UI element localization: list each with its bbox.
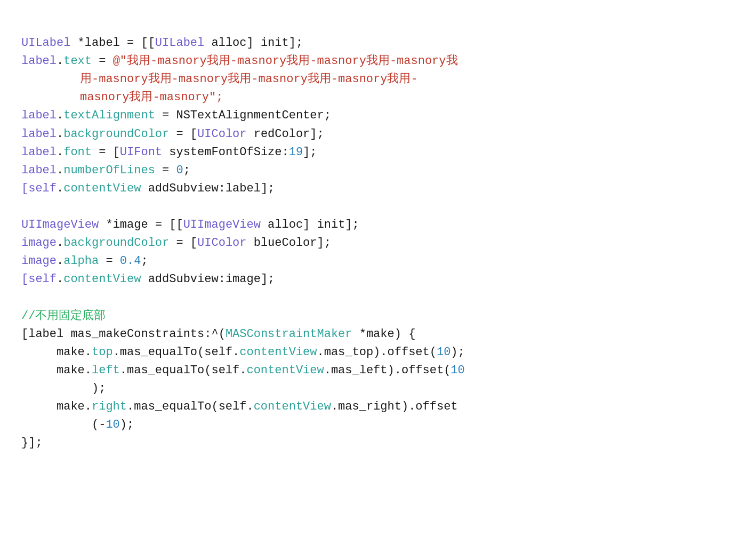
code-token: label <box>21 164 57 177</box>
code-token: . <box>85 364 92 377</box>
code-token: contentView <box>246 364 324 377</box>
code-token: 10 <box>437 346 451 359</box>
code-token: contentView <box>63 272 141 286</box>
code-token: addSubview:label]; <box>141 182 275 195</box>
code-token: alloc] init]; <box>261 218 359 231</box>
code-line: 用-masnory我用-masnory我用-masnory我用-masnory我… <box>21 70 735 89</box>
code-token: addSubview:image]; <box>141 272 275 286</box>
code-token: *make) { <box>352 327 416 341</box>
code-token: UIColor <box>197 236 246 250</box>
code-token: 0 <box>176 164 183 177</box>
code-token: MASConstraintMaker <box>226 327 352 341</box>
code-token: = [ <box>92 146 120 159</box>
code-token: label <box>21 127 57 141</box>
code-line: label.text = @"我用-masnory我用-masnory我用-ma… <box>21 52 735 70</box>
code-token: . <box>57 109 63 122</box>
code-token: 用-masnory我用-masnory我用-masnory我用-masnory我… <box>80 73 418 86</box>
code-token: 19 <box>289 146 303 159</box>
code-line: UIImageView *image = [[UIImageView alloc… <box>21 216 735 234</box>
code-token: = <box>99 254 120 268</box>
code-token: contentView <box>254 400 331 413</box>
code-token: image <box>21 236 57 250</box>
code-token: blueColor]; <box>247 236 331 250</box>
code-token: .mas_equalTo(self. <box>120 364 247 377</box>
code-token: @"我用-masnory我用-masnory我用-masnory我用-masno… <box>113 54 458 68</box>
code-token: . <box>85 400 92 413</box>
code-token: ; <box>141 254 148 268</box>
code-token: . <box>57 254 63 268</box>
code-line: masnory我用-masnory"; <box>21 89 735 107</box>
code-token: UILabel <box>21 36 70 50</box>
code-line: [self.contentView addSubview:image]; <box>21 270 735 288</box>
code-token: = <box>92 54 113 68</box>
code-token: top <box>92 346 113 359</box>
code-token: label <box>21 146 57 159</box>
code-token: numberOfLines <box>63 164 155 177</box>
code-token: UIFont <box>120 146 162 159</box>
code-line: make.left.mas_equalTo(self.contentView.m… <box>21 362 735 380</box>
code-token: . <box>57 236 63 250</box>
code-token: = <box>155 164 176 177</box>
code-editor: UILabel *label = [[UILabel alloc] init];… <box>21 16 735 452</box>
code-token: //不用固定底部 <box>21 309 106 323</box>
blank-line <box>21 198 735 216</box>
code-line: (-10); <box>21 416 735 434</box>
code-line: make.top.mas_equalTo(self.contentView.ma… <box>21 343 735 362</box>
code-token: contentView <box>239 346 317 359</box>
code-token: alpha <box>63 254 99 268</box>
code-token: . <box>57 127 63 141</box>
code-line: image.backgroundColor = [UIColor blueCol… <box>21 234 735 252</box>
code-token: . <box>57 182 63 195</box>
code-line: [self.contentView addSubview:label]; <box>21 180 735 198</box>
code-line: UILabel *label = [[UILabel alloc] init]; <box>21 34 735 52</box>
code-token: ); <box>451 346 464 359</box>
code-token: = NSTextAlignmentCenter; <box>155 109 331 122</box>
blank-line <box>21 288 735 307</box>
code-token: make <box>57 346 85 359</box>
code-line: make.right.mas_equalTo(self.contentView.… <box>21 398 735 416</box>
code-token: systemFontOfSize: <box>162 146 289 159</box>
code-token: backgroundColor <box>63 127 169 141</box>
code-token: = [ <box>169 236 197 250</box>
code-token: [self <box>21 182 57 195</box>
code-token: UILabel <box>155 36 204 50</box>
code-line: }]; <box>21 434 735 452</box>
code-token: [label mas_makeConstraints:^( <box>21 327 226 341</box>
code-token: .mas_equalTo(self. <box>127 400 254 413</box>
code-line: ); <box>21 380 735 398</box>
code-token: . <box>57 54 63 68</box>
code-token: redColor]; <box>247 127 324 141</box>
code-token: UIImageView <box>183 218 261 231</box>
code-token: 10 <box>106 418 119 431</box>
code-token: 0.4 <box>120 254 141 268</box>
code-token: alloc] init]; <box>204 36 303 50</box>
code-token: masnory我用-masnory"; <box>80 91 223 104</box>
code-token: .mas_equalTo(self. <box>113 346 240 359</box>
code-line: //不用固定底部 <box>21 307 735 325</box>
code-token: left <box>92 364 120 377</box>
code-line: label.backgroundColor = [UIColor redColo… <box>21 125 735 143</box>
code-token: make <box>57 400 85 413</box>
code-token: [self <box>21 272 57 286</box>
code-line: [label mas_makeConstraints:^(MASConstrai… <box>21 325 735 343</box>
code-token: textAlignment <box>63 109 155 122</box>
code-token: contentView <box>63 182 141 195</box>
code-token: *label = [[ <box>70 36 155 50</box>
code-token: . <box>85 346 92 359</box>
code-token: 10 <box>451 364 464 377</box>
code-token: right <box>92 400 127 413</box>
code-token: label <box>21 109 57 122</box>
code-line: image.alpha = 0.4; <box>21 252 735 270</box>
code-token: = [ <box>169 127 197 141</box>
code-token: ); <box>92 382 106 395</box>
code-token: . <box>57 164 63 177</box>
code-token: make <box>57 364 85 377</box>
code-token: .mas_left).offset( <box>324 364 451 377</box>
code-line: label.numberOfLines = 0; <box>21 162 735 180</box>
code-token: UIImageView <box>21 218 99 231</box>
code-token: backgroundColor <box>63 236 169 250</box>
code-token: *image = [[ <box>99 218 183 231</box>
code-token: (- <box>92 418 106 431</box>
code-token: . <box>57 272 63 286</box>
code-token: label <box>21 54 57 68</box>
